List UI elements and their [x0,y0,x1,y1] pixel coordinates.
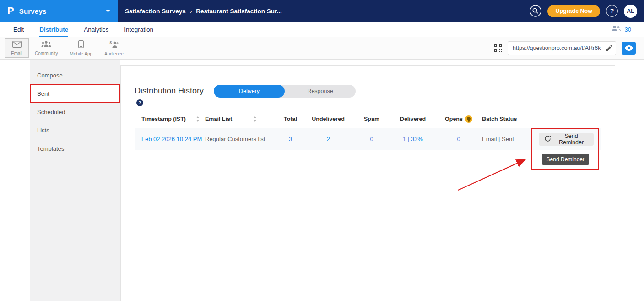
opens-link[interactable]: 0 [457,136,460,142]
col-timestamp-label: Timestamp (IST) [141,116,186,122]
product-switcher[interactable]: P Surveys [0,0,118,22]
cell-batch-status: Email | Sent [479,136,539,142]
distribution-history-panel: Distribution History ? Delivery Response… [120,65,615,301]
svg-text:$: $ [109,40,112,45]
toggle-delivery[interactable]: Delivery [214,85,285,98]
sort-icon[interactable] [196,116,200,122]
channel-label: Audience [104,51,124,56]
col-total: Total [280,116,301,122]
channel-community[interactable]: Community [29,37,64,59]
sidebar-item-templates[interactable]: Templates [30,139,120,158]
eye-icon [625,45,633,51]
help-button[interactable]: ? [606,5,618,17]
col-opens: Opens [438,115,479,123]
avatar[interactable]: AL [624,5,637,18]
pencil-icon [606,45,612,51]
sidebar-item-compose[interactable]: Compose [30,66,120,84]
reminder-refresh-icon [544,135,551,143]
respondents-counter[interactable]: 30 [612,22,644,37]
upgrade-now-button[interactable]: Upgrade Now [547,5,600,17]
cell-spam: 0 [356,136,388,142]
breadcrumb-separator: › [190,8,192,15]
col-email-list: Email List [205,116,280,122]
questionpro-logo: P [7,5,14,17]
title-block: Distribution History ? [135,85,204,106]
col-timestamp: Timestamp (IST) [135,116,205,122]
toggle-response[interactable]: Response [285,85,356,98]
sidebar-item-lists[interactable]: Lists [30,121,120,139]
cell-undelivered: 2 [301,136,356,142]
channel-label: Email [11,51,22,56]
breadcrumb: Satisfaction Surveys › Restaurant Satisf… [125,8,282,15]
col-delivered: Delivered [388,116,438,122]
cell-email-list: Regular Customers list [205,136,280,142]
cell-delivered: 1 | 33% [388,136,438,142]
page-title: Distribution History [135,85,204,97]
col-email-list-label: Email List [205,116,232,122]
lightbulb-badge-icon [465,115,472,123]
total-link[interactable]: 3 [289,136,292,142]
cell-action: Send Reminder Send Reminder [539,133,601,146]
channel-label: Mobile App [70,51,92,56]
tab-integration[interactable]: Integration [124,22,153,37]
edit-url-button[interactable] [606,45,612,51]
cell-total: 3 [280,136,301,142]
respondent-count: 30 [625,26,631,33]
search-icon [530,5,541,17]
col-batch-status: Batch Status [479,116,539,122]
survey-tabs: Edit Distribute Analytics Integration [0,22,153,37]
email-sidebar: Compose Sent Scheduled Lists Templates [30,60,120,301]
sort-icon[interactable] [253,116,257,122]
survey-url-input[interactable] [508,41,616,55]
send-reminder-label: Send Reminder [554,133,588,146]
qr-code-icon [494,44,502,52]
col-opens-label: Opens [445,116,463,122]
timestamp-link[interactable]: Feb 02 2026 10:24 PM [141,136,202,142]
workspace: Compose Sent Scheduled Lists Templates D… [0,60,644,301]
sidebar-item-scheduled[interactable]: Scheduled [30,103,120,121]
delivered-link[interactable]: 1 | 33% [403,136,423,142]
col-undelivered: Undelivered [301,116,356,122]
table-row: Feb 02 2026 10:24 PM Regular Customers l… [135,128,601,150]
help-icon[interactable]: ? [136,99,143,106]
right-gutter [615,60,644,301]
channel-email[interactable]: Email [5,38,29,58]
preview-button[interactable] [622,42,636,55]
channel-audience[interactable]: $ Audience [98,37,130,59]
send-reminder-button[interactable]: Send Reminder [539,133,594,146]
left-gutter [0,60,30,301]
cell-timestamp: Feb 02 2026 10:24 PM [135,136,205,142]
send-reminder-tooltip: Send Reminder [542,154,589,165]
top-bar: P Surveys Satisfaction Surveys › Restaur… [0,0,644,22]
panel-header: Distribution History ? Delivery Response [135,85,601,106]
channel-label: Community [35,51,58,56]
breadcrumb-current: Restaurant Satisfaction Sur... [196,8,282,15]
envelope-icon [12,41,22,49]
breadcrumb-parent[interactable]: Satisfaction Surveys [125,8,186,15]
toolbar-right [494,41,644,55]
community-icon [41,41,51,49]
cell-opens: 0 [438,136,479,142]
distribute-toolbar: Email Community [0,37,644,60]
survey-url-field-wrap [508,41,616,55]
topbar-actions: Upgrade Now ? AL [530,5,644,18]
product-name: Surveys [19,7,47,15]
distribution-history-table: Timestamp (IST) Email List Total Undeliv… [135,110,601,150]
chevron-down-icon [106,10,110,12]
qr-code-button[interactable] [494,44,502,52]
tab-distribute[interactable]: Distribute [39,22,68,37]
tab-analytics[interactable]: Analytics [84,22,108,37]
phone-icon [78,40,84,50]
channel-list: Email Community [0,37,130,59]
survey-nav-bar: Edit Distribute Analytics Integration 30 [0,22,644,37]
undelivered-link[interactable]: 2 [326,136,330,142]
sidebar-item-sent[interactable]: Sent [30,84,120,103]
people-icon [612,25,621,33]
tab-edit[interactable]: Edit [13,22,24,37]
spam-link[interactable]: 0 [370,136,373,142]
table-header-row: Timestamp (IST) Email List Total Undeliv… [135,110,601,128]
col-spam: Spam [356,116,388,122]
search-button[interactable] [530,5,541,17]
audience-icon: $ [109,40,119,50]
channel-mobile-app[interactable]: Mobile App [64,37,98,59]
